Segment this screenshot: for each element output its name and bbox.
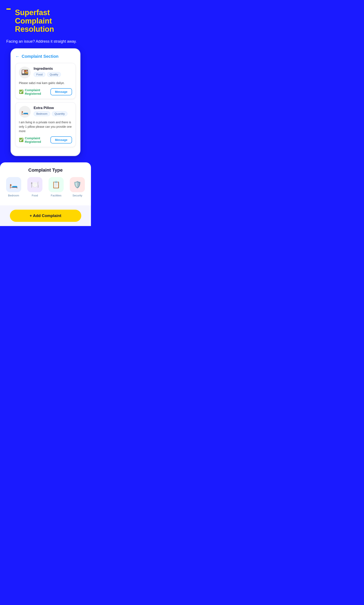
type-icon-security: 🛡️: [70, 177, 85, 192]
hero-title-row: Superfast Complaint Resolution: [6, 8, 85, 37]
complaint-avatar-ingredients: 🍱: [19, 67, 31, 78]
complaint-desc-ingredients: Please sabzi mai kam galric daliye.: [19, 81, 72, 85]
hero-section: Superfast Complaint Resolution Facing an…: [0, 0, 91, 162]
card-header: 🍱 Ingredients Food Quality: [19, 67, 72, 78]
complaint-footer-pillow: ✅ Complaint Registered Message: [19, 136, 72, 143]
type-label-facilities: Facilities: [51, 194, 62, 197]
message-button-pillow[interactable]: Message: [51, 136, 72, 143]
complaint-title-pillow: Extra Pillow: [34, 106, 72, 110]
complaint-info-ingredients: Ingredients Food Quality: [34, 67, 72, 77]
complaint-info-pillow: Extra Pillow Bedroom Quantity: [34, 106, 72, 116]
type-label-security: Security: [72, 194, 82, 197]
type-item-food[interactable]: 🍽️ Food: [26, 177, 44, 197]
tag-row-ingredients: Food Quality: [34, 72, 72, 77]
type-item-facilities[interactable]: 📋 Facilities: [47, 177, 65, 197]
complaint-footer-ingredients: ✅ Complaint Registered Message: [19, 88, 72, 95]
check-icon: ✅: [19, 90, 24, 94]
complaint-type-title: Complaint Type: [4, 167, 87, 173]
hero-subtitle: Facing an issue? Address it straight awa…: [6, 39, 85, 44]
type-item-security[interactable]: 🛡️ Security: [68, 177, 87, 197]
add-complaint-area: + Add Complaint: [0, 206, 91, 226]
complaint-section-header: ← Complaint Section: [15, 54, 76, 59]
complaint-type-section: Complaint Type 🛏️ Bedroom 🍽️ Food 📋 Faci…: [0, 162, 91, 206]
tag-bedroom: Bedroom: [34, 111, 50, 116]
phone-frame: ← Complaint Section 🍱 Ingredients Food Q…: [11, 48, 80, 156]
status-registered-ingredients: ✅ Complaint Registered: [19, 88, 51, 95]
type-icon-facilities: 📋: [49, 177, 64, 192]
tag-food: Food: [34, 72, 45, 77]
accent-bar: [6, 8, 11, 10]
type-label-food: Food: [32, 194, 38, 197]
type-icon-food: 🍽️: [27, 177, 42, 192]
complaint-title-ingredients: Ingredients: [34, 67, 72, 71]
complaint-avatar-pillow: 🛏️: [19, 106, 31, 118]
status-registered-pillow: ✅ Complaint Registered: [19, 136, 51, 143]
message-button-ingredients[interactable]: Message: [51, 88, 72, 95]
complaint-desc-pillow: I am living in a private room and there …: [19, 120, 72, 133]
type-icon-bedroom: 🛏️: [6, 177, 21, 192]
complaint-card-pillow: 🛏️ Extra Pillow Bedroom Quantity I am li…: [15, 102, 76, 147]
card-header-pillow: 🛏️ Extra Pillow Bedroom Quantity: [19, 106, 72, 118]
hero-title: Superfast Complaint Resolution: [15, 8, 85, 33]
check-icon-pillow: ✅: [19, 138, 24, 142]
complaint-card-ingredients: 🍱 Ingredients Food Quality Please sabzi …: [15, 63, 76, 99]
add-complaint-button[interactable]: + Add Complaint: [10, 210, 81, 222]
type-item-bedroom[interactable]: 🛏️ Bedroom: [4, 177, 23, 197]
complaint-section-title: Complaint Section: [22, 54, 59, 59]
tag-quantity: Quantity: [52, 111, 67, 116]
type-label-bedroom: Bedroom: [8, 194, 19, 197]
status-text-pillow: Complaint Registered: [25, 136, 51, 143]
back-button[interactable]: ←: [15, 54, 20, 59]
complaint-type-grid: 🛏️ Bedroom 🍽️ Food 📋 Facilities 🛡️ Secur…: [4, 177, 87, 197]
tag-quality: Quality: [47, 72, 61, 77]
tag-row-pillow: Bedroom Quantity: [34, 111, 72, 116]
status-text-ingredients: Complaint Registered: [25, 88, 51, 95]
